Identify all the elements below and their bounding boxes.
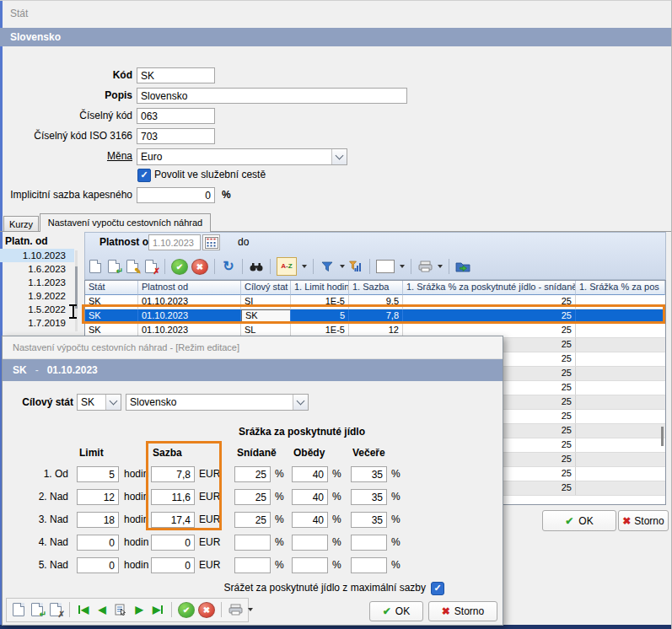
snidane-input[interactable] bbox=[234, 489, 271, 505]
last-record-icon[interactable]: ▶ bbox=[150, 602, 165, 617]
kapesne-input[interactable] bbox=[137, 187, 215, 203]
column-header[interactable]: Stát bbox=[85, 281, 138, 295]
open-record-icon[interactable]: ↵ bbox=[106, 259, 121, 274]
filter-dropdown-icon[interactable] bbox=[340, 265, 345, 268]
edit-record-icon[interactable]: ✎ bbox=[125, 259, 140, 274]
search-icon[interactable] bbox=[249, 259, 264, 274]
x-icon: ✖ bbox=[622, 515, 631, 527]
new-record-icon[interactable] bbox=[88, 259, 103, 274]
iso-kod-input[interactable] bbox=[137, 128, 215, 144]
table-row[interactable]: SK 01.10.2023 SI 1E-5 9,5 25 bbox=[85, 295, 665, 309]
delete-record-icon[interactable]: ✗ bbox=[48, 602, 63, 617]
print-dropdown-icon[interactable] bbox=[248, 608, 253, 611]
limit-input[interactable] bbox=[77, 557, 119, 573]
obedy-input[interactable] bbox=[292, 466, 328, 482]
cancel-icon[interactable]: ✖ bbox=[191, 259, 208, 275]
cancel-icon[interactable]: ✖ bbox=[198, 602, 215, 618]
previous-record-icon[interactable]: ◀ bbox=[94, 602, 110, 617]
platnost-od-date-input[interactable] bbox=[148, 234, 201, 250]
column-header[interactable]: 1. Sazba bbox=[349, 281, 403, 295]
limit-input[interactable] bbox=[77, 466, 119, 482]
ok-button[interactable]: ✔ OK bbox=[542, 510, 616, 531]
columns-icon[interactable] bbox=[376, 260, 395, 273]
tier-row-4: 4. Nad hodin EUR % % % bbox=[3, 535, 503, 551]
sort-dropdown-icon[interactable] bbox=[302, 265, 307, 268]
sazba-input[interactable] bbox=[151, 489, 195, 505]
storno-button[interactable]: ✖ Storno bbox=[618, 510, 669, 531]
print-icon[interactable] bbox=[417, 259, 433, 274]
list-scrollbar-thumb[interactable] bbox=[75, 266, 78, 309]
dialog-storno-button[interactable]: ✖ Storno bbox=[428, 601, 497, 621]
cilovy-code-dropdown-button[interactable] bbox=[105, 395, 121, 410]
chevron-down-icon bbox=[297, 397, 305, 406]
vecere-input[interactable] bbox=[351, 489, 387, 505]
ciselny-kod-input[interactable] bbox=[137, 108, 215, 124]
column-header[interactable]: 1. Srážka % za pos bbox=[576, 281, 665, 295]
print-icon[interactable] bbox=[228, 602, 243, 617]
first-record-icon[interactable]: ◀ bbox=[76, 602, 91, 617]
povolit-checkbox[interactable]: ✓ bbox=[137, 169, 151, 182]
snidane-input[interactable] bbox=[234, 557, 271, 573]
sazba-input[interactable] bbox=[151, 512, 195, 528]
snidane-input[interactable] bbox=[234, 535, 271, 551]
mena-label[interactable]: Měna bbox=[2, 148, 132, 164]
tab-kurzy[interactable]: Kurzy bbox=[3, 216, 39, 232]
confirm-icon[interactable]: ✔ bbox=[178, 602, 195, 618]
list-item[interactable]: 1.5.2022 bbox=[0, 303, 74, 316]
kod-input[interactable] bbox=[137, 67, 215, 83]
list-item[interactable]: 1.7.2019 bbox=[0, 316, 74, 330]
tab-nastaveni-nahrad[interactable]: Nastavení vypočtu cestovních náhrad bbox=[40, 213, 211, 232]
columns-dropdown-icon[interactable] bbox=[400, 265, 405, 268]
sort-az-icon[interactable]: A-Z bbox=[277, 257, 297, 276]
vecere-input[interactable] bbox=[351, 557, 387, 573]
record-source-icon[interactable] bbox=[113, 602, 128, 617]
sazba-input[interactable] bbox=[151, 557, 195, 573]
limit-input[interactable] bbox=[77, 535, 119, 551]
open-record-icon[interactable]: ↵ bbox=[30, 602, 45, 617]
sazba-input[interactable] bbox=[151, 466, 195, 482]
calendar-button[interactable] bbox=[202, 234, 220, 250]
mena-combobox[interactable]: Euro bbox=[137, 148, 347, 165]
obedy-input[interactable] bbox=[292, 535, 328, 551]
limit-input[interactable] bbox=[77, 489, 119, 505]
print-dropdown-icon[interactable] bbox=[438, 265, 443, 268]
table-scrollbar-thumb[interactable] bbox=[661, 427, 664, 446]
cilovy-stat-code-combobox[interactable]: SK bbox=[77, 394, 121, 411]
list-item[interactable]: 1.10.2023 bbox=[0, 249, 74, 262]
chevron-down-icon bbox=[336, 152, 344, 160]
popis-input[interactable] bbox=[137, 88, 407, 104]
mena-dropdown-button[interactable] bbox=[331, 149, 347, 164]
table-row-selected[interactable]: SK 01.10.2023 SK 5 7,8 25 bbox=[85, 309, 665, 324]
filter-graph-icon[interactable] bbox=[348, 259, 363, 274]
filter-icon[interactable] bbox=[320, 259, 335, 274]
column-header[interactable]: 1. Srážka % za poskytnuté jídlo - snídan… bbox=[403, 281, 576, 295]
obedy-input[interactable] bbox=[292, 557, 328, 573]
limit-input[interactable] bbox=[77, 512, 119, 528]
column-header[interactable]: 1. Limit hodin bbox=[291, 281, 349, 295]
column-header[interactable]: Cílový stat bbox=[241, 281, 291, 295]
edit-cell[interactable]: SK bbox=[241, 309, 291, 323]
dialog-ok-button[interactable]: ✔ OK bbox=[369, 601, 423, 621]
list-item[interactable]: 1.6.2023 bbox=[0, 262, 74, 276]
calendar-icon bbox=[205, 237, 218, 249]
cilovy-name-dropdown-button[interactable] bbox=[293, 395, 308, 410]
delete-record-icon[interactable]: ✗ bbox=[143, 259, 159, 274]
cilovy-stat-name-combobox[interactable]: Slovensko bbox=[126, 394, 309, 411]
refresh-icon[interactable]: ↻ bbox=[221, 259, 236, 274]
export-icon[interactable] bbox=[455, 259, 470, 274]
sazba-input[interactable] bbox=[151, 535, 195, 551]
obedy-input[interactable] bbox=[292, 512, 328, 528]
srazet-max-checkbox[interactable]: ✓ bbox=[431, 582, 444, 595]
vecere-input[interactable] bbox=[351, 512, 387, 528]
list-item[interactable]: 1.1.2023 bbox=[0, 276, 74, 289]
snidane-input[interactable] bbox=[234, 512, 271, 528]
vecere-input[interactable] bbox=[351, 535, 387, 551]
vecere-input[interactable] bbox=[351, 466, 387, 482]
new-record-icon[interactable] bbox=[11, 602, 26, 617]
obedy-input[interactable] bbox=[292, 489, 328, 505]
snidane-input[interactable] bbox=[234, 466, 271, 482]
next-record-icon[interactable]: ▶ bbox=[132, 602, 147, 617]
list-item[interactable]: 1.9.2022 bbox=[0, 289, 74, 303]
column-header[interactable]: Platnost od bbox=[138, 281, 241, 295]
confirm-icon[interactable]: ✔ bbox=[171, 259, 188, 275]
